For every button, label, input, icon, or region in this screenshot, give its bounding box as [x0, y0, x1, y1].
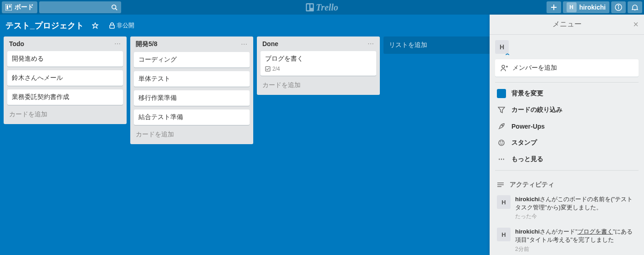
svg-point-12 — [618, 5, 619, 6]
svg-rect-7 — [311, 5, 313, 8]
background-swatch-icon — [497, 89, 506, 98]
checklist-icon — [265, 66, 271, 72]
svg-point-21 — [502, 125, 503, 126]
svg-point-23 — [501, 142, 501, 142]
card[interactable]: 鈴木さんへメール — [7, 70, 123, 86]
svg-rect-6 — [307, 5, 309, 10]
add-member-button[interactable]: メンバーを追加 — [495, 59, 639, 77]
divider — [495, 82, 639, 83]
plus-icon — [551, 4, 557, 10]
notifications-button[interactable] — [628, 1, 642, 13]
add-card-button[interactable]: カードを追加 — [7, 109, 123, 120]
search-input[interactable] — [39, 1, 121, 13]
card[interactable]: コーディング — [134, 52, 250, 68]
svg-rect-15 — [110, 25, 114, 28]
card[interactable]: 業務委託契約書作成 — [7, 89, 123, 105]
global-header: ボード Trello H hirokichi — [0, 0, 644, 15]
boards-label: ボード — [15, 3, 34, 11]
activity-item: H hirokichiさんがこのボードの名前を("テストタスク管理"から)変更し… — [495, 192, 639, 224]
star-button[interactable] — [89, 21, 101, 31]
menu-item-filter[interactable]: カードの絞り込み — [495, 102, 639, 118]
members-row: H ︽ — [495, 40, 639, 54]
svg-marker-14 — [92, 23, 98, 28]
info-button[interactable] — [611, 1, 626, 13]
menu-item-powerups[interactable]: Power-Ups — [495, 118, 639, 135]
menu-item-stickers[interactable]: スタンプ — [495, 135, 639, 151]
board-name[interactable]: テスト_プロジェクト — [5, 20, 84, 31]
menu-title: メニュー — [552, 20, 582, 29]
activity-header: アクティビティ — [495, 178, 639, 192]
activity-avatar: H — [497, 228, 511, 241]
add-card-button[interactable]: カードを追加 — [134, 129, 250, 141]
member-avatar[interactable]: H ︽ — [495, 40, 509, 54]
menu-item-more[interactable]: ⋯ もっと見る — [495, 151, 639, 167]
divider — [495, 170, 639, 171]
user-menu-button[interactable]: H hirokichi — [563, 1, 609, 13]
svg-point-3 — [112, 5, 116, 9]
close-menu-button[interactable]: × — [633, 19, 639, 30]
svg-point-17 — [502, 65, 505, 68]
menu-header: メニュー × — [490, 15, 644, 35]
bell-icon — [631, 4, 639, 11]
list: Todo ⋯ 開発進める 鈴木さんへメール 業務委託契約書作成 カードを追加 — [4, 36, 127, 124]
trello-icon — [5, 4, 12, 10]
card[interactable]: 開発進める — [7, 51, 123, 67]
svg-rect-2 — [9, 5, 11, 8]
activity-icon — [497, 181, 504, 188]
list-menu-button[interactable]: ⋯ — [241, 41, 248, 48]
sticker-icon — [498, 139, 505, 146]
activity-card-link[interactable]: ブログを書く — [578, 228, 613, 235]
trello-logo[interactable]: Trello — [306, 2, 338, 13]
user-name: hirokichi — [579, 4, 606, 11]
svg-point-24 — [502, 142, 503, 142]
list: Done ⋯ ブログを書く 2/4 カードを追加 — [257, 36, 380, 95]
menu-panel: メニュー × H ︽ メンバーを追加 背景を変更 カードの絞り込み Power-… — [490, 15, 644, 255]
list-title[interactable]: Todo — [9, 40, 24, 47]
list: 開発5/8 ⋯ コーディング 単体テスト 移行作業準備 結合テスト準備 カードを… — [130, 36, 253, 144]
list-title[interactable]: 開発5/8 — [136, 40, 157, 48]
trello-logo-icon — [306, 3, 314, 11]
list-menu-button[interactable]: ⋯ — [114, 40, 121, 47]
menu-item-background[interactable]: 背景を変更 — [495, 85, 639, 102]
list-menu-button[interactable]: ⋯ — [368, 40, 374, 47]
checklist-badge: 2/4 — [265, 66, 372, 72]
card[interactable]: ブログを書く 2/4 — [261, 51, 376, 76]
svg-marker-20 — [498, 107, 505, 113]
more-icon: ⋯ — [497, 155, 506, 164]
activity-time: 2分前 — [515, 245, 637, 253]
add-card-button[interactable]: カードを追加 — [261, 79, 376, 91]
card[interactable]: 移行作業準備 — [134, 90, 250, 106]
list-title[interactable]: Done — [262, 40, 278, 47]
activity-time: たった今 — [515, 213, 637, 220]
add-list-button[interactable]: リストを追加 — [383, 36, 506, 54]
card[interactable]: 単体テスト — [134, 71, 250, 87]
svg-rect-1 — [7, 5, 9, 10]
card[interactable]: 結合テスト準備 — [134, 109, 250, 125]
info-icon — [615, 4, 622, 11]
rocket-icon — [498, 123, 505, 130]
visibility-button[interactable]: 非公開 — [107, 20, 137, 31]
create-button[interactable] — [547, 1, 561, 13]
admin-chevron-icon: ︽ — [506, 52, 510, 55]
svg-point-22 — [499, 140, 504, 146]
boards-button[interactable]: ボード — [2, 1, 37, 13]
add-member-icon — [501, 64, 508, 72]
lock-icon — [109, 22, 115, 29]
activity-avatar: H — [497, 195, 511, 209]
svg-rect-0 — [5, 4, 12, 10]
svg-line-4 — [116, 9, 118, 10]
search-icon — [111, 4, 118, 10]
filter-icon — [498, 106, 505, 114]
activity-item: H hirokichiさんがカード"ブログを書く"にある項目"タイトル考える"を… — [495, 224, 639, 255]
star-icon — [92, 22, 98, 29]
avatar: H — [567, 2, 577, 12]
